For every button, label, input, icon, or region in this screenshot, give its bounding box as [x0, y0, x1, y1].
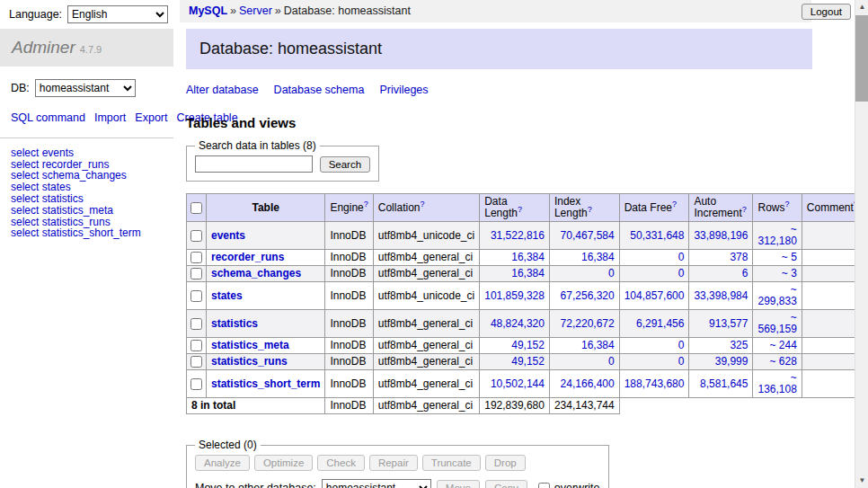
rows-link[interactable]: ~ 244: [769, 339, 796, 351]
table-name-link[interactable]: states: [211, 289, 243, 302]
sidebar-table-link[interactable]: select statistics_short_term: [11, 227, 163, 239]
overwrite-checkbox[interactable]: [538, 483, 550, 488]
auto-increment-link[interactable]: 39,999: [715, 355, 748, 368]
db-action-link[interactable]: Privileges: [379, 84, 428, 96]
table-name-link[interactable]: recorder_runs: [211, 251, 284, 263]
scroll-down-icon[interactable]: ▼: [855, 474, 868, 488]
index-length-link[interactable]: 70,467,584: [561, 229, 615, 242]
rows-link[interactable]: ~ 3: [782, 267, 797, 279]
column-help-link[interactable]: ?: [588, 205, 592, 214]
auto-increment-link[interactable]: 325: [730, 339, 748, 351]
search-button[interactable]: Search: [320, 156, 370, 173]
data-length-link[interactable]: 10,502,144: [491, 377, 545, 390]
column-help: ?: [784, 199, 789, 209]
optimize-button[interactable]: Optimize: [254, 455, 313, 471]
data-free-link[interactable]: 0: [678, 267, 685, 279]
auto-increment-link[interactable]: 913,577: [709, 317, 748, 330]
analyze-button[interactable]: Analyze: [195, 455, 250, 471]
db-action-link[interactable]: Alter database: [186, 84, 259, 96]
index-length-link[interactable]: 67,256,320: [561, 289, 615, 302]
check-button[interactable]: Check: [317, 455, 365, 471]
data-free-link[interactable]: 0: [678, 355, 685, 368]
row-checkbox[interactable]: [190, 356, 202, 368]
tables-body: eventsInnoDButf8mb4_unicode_ci31,522,816…: [187, 222, 864, 398]
data-length-link[interactable]: 49,152: [511, 339, 545, 351]
scroll-up-icon[interactable]: ▲: [855, 0, 868, 14]
sidebar-action-link[interactable]: SQL command: [11, 111, 85, 124]
data-length-link[interactable]: 31,522,816: [491, 229, 545, 242]
index-length-link[interactable]: 0: [608, 267, 615, 279]
logout-button[interactable]: Logout: [802, 4, 851, 20]
adminer-version: 4.7.9: [80, 44, 102, 55]
rows-link[interactable]: ~ 312,180: [757, 223, 796, 247]
overwrite-label[interactable]: overwrite: [554, 482, 600, 488]
index-length-link[interactable]: 72,220,672: [561, 317, 615, 330]
truncate-button[interactable]: Truncate: [422, 455, 481, 471]
table-name-link[interactable]: events: [211, 229, 245, 242]
sidebar-action-link[interactable]: Import: [94, 111, 126, 124]
column-help-link[interactable]: ?: [518, 205, 522, 214]
row-checkbox[interactable]: [190, 252, 202, 263]
rows-link[interactable]: ~ 5: [782, 251, 797, 263]
data-length-link[interactable]: 48,824,320: [491, 317, 545, 330]
data-length-link[interactable]: 16,384: [511, 251, 545, 263]
rows-link[interactable]: ~ 569,159: [757, 311, 796, 335]
data-length-link[interactable]: 16,384: [511, 267, 545, 279]
data-free-link[interactable]: 104,857,600: [624, 289, 685, 302]
data-free-link[interactable]: 6,291,456: [636, 317, 684, 330]
row-checkbox[interactable]: [190, 340, 202, 351]
column-help-link[interactable]: ?: [364, 200, 368, 209]
repair-button[interactable]: Repair: [369, 455, 418, 471]
auto-increment-link[interactable]: 8,581,645: [700, 377, 748, 390]
auto-increment-link[interactable]: 6: [742, 267, 748, 279]
scrollbar-thumb[interactable]: [855, 15, 868, 102]
move-db-select[interactable]: homeassistant: [322, 479, 431, 488]
copy-button[interactable]: Copy: [485, 480, 527, 488]
search-input[interactable]: [195, 155, 313, 173]
sidebar-action-link[interactable]: Export: [135, 111, 167, 124]
index-length-link[interactable]: 24,166,400: [561, 377, 615, 390]
collation-cell: utf8mb4_general_ci: [373, 266, 479, 282]
table-name-link[interactable]: statistics_meta: [211, 339, 289, 351]
move-button[interactable]: Move: [437, 480, 480, 488]
row-checkbox[interactable]: [190, 268, 202, 279]
sidebar-table-link[interactable]: select statistics_meta: [11, 205, 163, 217]
data-free-link[interactable]: 188,743,680: [624, 377, 685, 390]
data-free-link[interactable]: 0: [678, 339, 685, 351]
auto-increment-link[interactable]: 33,398,984: [694, 289, 748, 302]
row-checkbox[interactable]: [190, 378, 202, 390]
breadcrumb-mysql-link[interactable]: MySQL: [189, 4, 227, 17]
db-select[interactable]: homeassistant: [35, 79, 136, 97]
sidebar-table-link[interactable]: select events: [11, 147, 163, 159]
index-length-link[interactable]: 0: [608, 355, 615, 368]
index-length-link[interactable]: 16,384: [581, 339, 615, 351]
column-help-link[interactable]: ?: [420, 200, 424, 209]
table-name-link[interactable]: statistics_short_term: [211, 377, 320, 390]
data-length-link[interactable]: 101,859,328: [484, 289, 545, 302]
select-all-checkbox[interactable]: [190, 202, 202, 214]
breadcrumb-server-link[interactable]: Server: [239, 4, 272, 17]
table-name-link[interactable]: statistics: [211, 317, 258, 330]
row-checkbox[interactable]: [190, 318, 202, 330]
rows-link[interactable]: ~ 136,108: [757, 371, 796, 395]
language-select[interactable]: English: [67, 5, 168, 23]
data-free-link[interactable]: 0: [678, 251, 685, 263]
column-help-link[interactable]: ?: [742, 205, 747, 214]
column-help-link[interactable]: ?: [672, 200, 677, 209]
table-name-link[interactable]: schema_changes: [211, 267, 301, 279]
data-length-link[interactable]: 49,152: [511, 355, 545, 368]
sidebar-table-link[interactable]: select statistics: [11, 193, 163, 205]
rows-link[interactable]: ~ 628: [769, 355, 796, 368]
column-help-link[interactable]: ?: [784, 200, 789, 209]
auto-increment-link[interactable]: 378: [730, 251, 748, 263]
vertical-scrollbar[interactable]: ▲ ▼: [855, 0, 868, 488]
data-free-link[interactable]: 50,331,648: [630, 229, 684, 242]
row-checkbox[interactable]: [190, 290, 202, 302]
rows-link[interactable]: ~ 299,833: [757, 283, 796, 307]
row-checkbox[interactable]: [190, 230, 202, 242]
table-name-link[interactable]: statistics_runs: [211, 355, 288, 368]
index-length-link[interactable]: 16,384: [581, 251, 615, 263]
drop-button[interactable]: Drop: [485, 455, 526, 471]
auto-increment-link[interactable]: 33,898,196: [694, 229, 748, 242]
db-action-link[interactable]: Database schema: [274, 84, 365, 96]
